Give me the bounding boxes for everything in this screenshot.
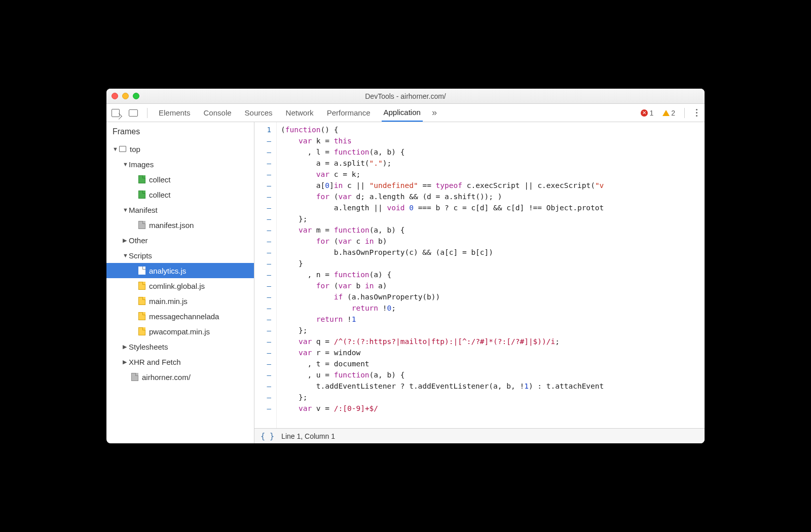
tree-node-stylesheets[interactable]: ▶ Stylesheets bbox=[106, 339, 254, 354]
fold-indicator[interactable]: – bbox=[254, 403, 274, 414]
tree-label: Manifest bbox=[129, 206, 158, 214]
fold-indicator[interactable]: – bbox=[254, 158, 274, 169]
inspect-element-icon[interactable] bbox=[112, 109, 120, 117]
js-file-icon bbox=[138, 297, 145, 305]
warning-icon bbox=[662, 110, 670, 116]
tree-node-images[interactable]: ▼ Images bbox=[106, 157, 254, 172]
warning-count[interactable]: 2 bbox=[662, 109, 675, 117]
fold-indicator[interactable]: – bbox=[254, 347, 274, 358]
collapse-icon: ▶ bbox=[123, 359, 128, 365]
collapse-icon: ▶ bbox=[123, 237, 128, 244]
tree-node-manifest[interactable]: ▼ Manifest bbox=[106, 202, 254, 217]
tree-label: pwacompat.min.js bbox=[149, 327, 210, 336]
tree-label: comlink.global.js bbox=[149, 282, 205, 290]
tree-node-scripts[interactable]: ▼ Scripts bbox=[106, 248, 254, 263]
tree-label: messagechannelada bbox=[149, 312, 219, 321]
collapse-icon: ▶ bbox=[123, 344, 128, 350]
expand-icon: ▼ bbox=[123, 161, 128, 167]
fold-indicator[interactable]: – bbox=[254, 169, 274, 180]
fold-indicator[interactable]: – bbox=[254, 146, 274, 158]
fold-indicator[interactable]: – bbox=[254, 358, 274, 369]
fold-indicator[interactable]: – bbox=[254, 302, 274, 314]
warning-count-value: 2 bbox=[671, 109, 675, 117]
tree-file-analytics-js[interactable]: analytics.js bbox=[106, 263, 254, 278]
fold-indicator[interactable]: – bbox=[254, 392, 274, 403]
fold-indicator[interactable]: – bbox=[254, 236, 274, 247]
js-file-icon bbox=[138, 282, 145, 290]
title-bar: DevTools - airhorner.com/ bbox=[106, 89, 705, 104]
tree-file-manifest-json[interactable]: manifest.json bbox=[106, 217, 254, 233]
tree-file-airhorner[interactable]: airhorner.com/ bbox=[106, 369, 254, 385]
file-icon bbox=[131, 373, 138, 381]
error-count-value: 1 bbox=[649, 109, 653, 117]
error-count[interactable]: ✕ 1 bbox=[641, 109, 653, 117]
tab-sources[interactable]: Sources bbox=[243, 104, 275, 121]
tree-file-comlink[interactable]: comlink.global.js bbox=[106, 278, 254, 293]
js-file-icon bbox=[138, 267, 145, 275]
tree-node-other[interactable]: ▶ Other bbox=[106, 233, 254, 248]
fold-indicator[interactable]: – bbox=[254, 381, 274, 392]
fold-indicator[interactable]: – bbox=[254, 325, 274, 336]
line-gutter: 1 – – – – – – – – – – – – – – – – bbox=[254, 122, 277, 428]
tree-file-collect[interactable]: collect bbox=[106, 187, 254, 202]
tree-label: airhorner.com/ bbox=[142, 373, 191, 382]
fold-indicator[interactable]: – bbox=[254, 191, 274, 202]
expand-icon: ▼ bbox=[123, 252, 128, 258]
expand-icon: ▼ bbox=[123, 207, 128, 213]
fold-indicator[interactable]: – bbox=[254, 280, 274, 291]
fold-indicator[interactable]: – bbox=[254, 291, 274, 302]
tree-label: collect bbox=[149, 191, 171, 199]
toolbar-divider bbox=[147, 108, 148, 118]
file-icon bbox=[138, 221, 145, 229]
tree-label: main.min.js bbox=[149, 297, 188, 306]
devtools-toolbar: Elements Console Sources Network Perform… bbox=[106, 104, 705, 122]
fold-indicator[interactable]: – bbox=[254, 314, 274, 325]
fold-indicator[interactable]: – bbox=[254, 180, 274, 191]
tree-label: Scripts bbox=[129, 251, 152, 260]
sidebar-header: Frames bbox=[106, 122, 254, 141]
fold-indicator[interactable]: – bbox=[254, 369, 274, 381]
tree-file-messagechannel[interactable]: messagechannelada bbox=[106, 309, 254, 324]
fold-indicator[interactable]: – bbox=[254, 224, 274, 236]
pretty-print-button[interactable]: { } bbox=[261, 432, 274, 441]
tree-label: Stylesheets bbox=[129, 343, 168, 351]
tree-file-pwacompat[interactable]: pwacompat.min.js bbox=[106, 324, 254, 339]
fold-indicator[interactable]: – bbox=[254, 202, 274, 213]
cursor-position: Line 1, Column 1 bbox=[281, 432, 335, 440]
line-number[interactable]: 1 bbox=[254, 124, 274, 135]
tab-network[interactable]: Network bbox=[284, 104, 316, 121]
error-icon: ✕ bbox=[641, 109, 648, 117]
tree-node-top[interactable]: ▼ top bbox=[106, 141, 254, 157]
tab-console[interactable]: Console bbox=[202, 104, 234, 121]
kebab-menu-icon[interactable] bbox=[694, 109, 699, 117]
fold-indicator[interactable]: – bbox=[254, 247, 274, 258]
tree-label: analytics.js bbox=[149, 267, 186, 275]
frames-tree: ▼ top ▼ Images collect collect ▼ bbox=[106, 141, 254, 443]
devtools-window: DevTools - airhorner.com/ Elements Conso… bbox=[106, 89, 705, 443]
more-tabs-icon[interactable]: » bbox=[432, 107, 437, 118]
image-file-icon bbox=[138, 191, 145, 199]
code-scroll[interactable]: 1 – – – – – – – – – – – – – – – – bbox=[254, 122, 705, 428]
tree-node-xhr[interactable]: ▶ XHR and Fetch bbox=[106, 354, 254, 369]
tree-label: Other bbox=[129, 236, 148, 245]
fold-indicator[interactable]: – bbox=[254, 258, 274, 269]
tab-application[interactable]: Application bbox=[382, 104, 423, 122]
fold-indicator[interactable]: – bbox=[254, 135, 274, 146]
toolbar-divider bbox=[684, 108, 685, 118]
js-file-icon bbox=[138, 312, 145, 320]
fold-indicator[interactable]: – bbox=[254, 336, 274, 347]
expand-icon: ▼ bbox=[113, 146, 118, 152]
tree-file-main-min[interactable]: main.min.js bbox=[106, 293, 254, 309]
tree-label: manifest.json bbox=[149, 221, 194, 230]
status-bar: { } Line 1, Column 1 bbox=[254, 428, 705, 443]
frames-sidebar: Frames ▼ top ▼ Images collect colle bbox=[106, 122, 254, 443]
fold-indicator[interactable]: – bbox=[254, 213, 274, 224]
tab-performance[interactable]: Performance bbox=[325, 104, 373, 121]
tab-elements[interactable]: Elements bbox=[157, 104, 193, 121]
fold-indicator[interactable]: – bbox=[254, 269, 274, 280]
tree-file-collect[interactable]: collect bbox=[106, 172, 254, 187]
js-file-icon bbox=[138, 327, 145, 335]
tree-label: Images bbox=[129, 160, 154, 169]
code-content[interactable]: (function() { var k = this , l = functio… bbox=[277, 122, 705, 428]
device-toolbar-icon[interactable] bbox=[129, 109, 138, 117]
